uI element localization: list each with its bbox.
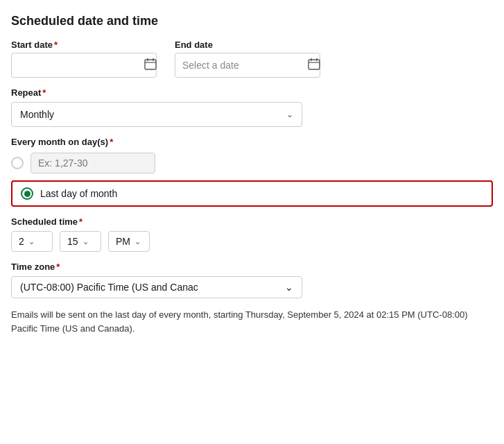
period-chevron-icon: ⌄ xyxy=(134,237,141,246)
day-number-option xyxy=(11,153,493,173)
end-date-field[interactable] xyxy=(182,60,304,71)
period-dropdown[interactable]: PM ⌄ xyxy=(108,231,150,252)
svg-rect-0 xyxy=(145,60,156,69)
scheduled-time-required: * xyxy=(79,216,82,227)
last-day-option[interactable]: Last day of month xyxy=(11,180,493,207)
repeat-value: Monthly xyxy=(20,109,54,120)
scheduled-time-label: Scheduled time * xyxy=(11,216,493,227)
hour-dropdown[interactable]: 2 ⌄ xyxy=(11,231,53,252)
day-number-input[interactable] xyxy=(31,153,155,173)
hour-chevron-icon: ⌄ xyxy=(28,237,35,246)
every-month-label: Every month on day(s) * xyxy=(11,137,493,147)
period-value: PM xyxy=(116,236,130,247)
repeat-required: * xyxy=(42,87,46,98)
start-date-field[interactable]: 9/5/2024 xyxy=(19,60,140,71)
hour-value: 2 xyxy=(19,236,24,247)
end-date-calendar-icon xyxy=(308,58,320,73)
svg-rect-4 xyxy=(309,60,320,69)
end-date-label: End date xyxy=(175,40,327,50)
end-date-input[interactable] xyxy=(175,53,320,78)
timezone-dropdown[interactable]: (UTC-08:00) Pacific Time (US and Canac ⌄ xyxy=(11,276,302,298)
minute-chevron-icon: ⌄ xyxy=(82,237,89,246)
timezone-chevron-icon: ⌄ xyxy=(285,282,293,293)
last-day-radio[interactable] xyxy=(21,187,33,200)
start-date-required: * xyxy=(54,40,58,50)
day-number-radio[interactable] xyxy=(11,157,24,169)
last-day-label: Last day of month xyxy=(40,188,117,199)
every-month-required: * xyxy=(110,137,113,147)
start-date-calendar-icon xyxy=(144,58,157,73)
minute-dropdown[interactable]: 15 ⌄ xyxy=(60,231,101,252)
start-date-label: Start date * xyxy=(11,40,164,50)
timezone-required: * xyxy=(56,262,60,272)
start-date-input[interactable]: 9/5/2024 xyxy=(11,53,157,78)
footer-note: Emails will be sent on the last day of e… xyxy=(11,308,483,335)
minute-value: 15 xyxy=(67,236,78,247)
repeat-chevron-icon: ⌄ xyxy=(286,110,293,119)
repeat-dropdown[interactable]: Monthly ⌄ xyxy=(11,102,302,127)
timezone-label: Time zone * xyxy=(11,262,493,272)
repeat-label: Repeat * xyxy=(11,87,493,98)
page-title: Scheduled date and time xyxy=(11,14,493,28)
timezone-value: (UTC-08:00) Pacific Time (US and Canac xyxy=(20,282,198,293)
